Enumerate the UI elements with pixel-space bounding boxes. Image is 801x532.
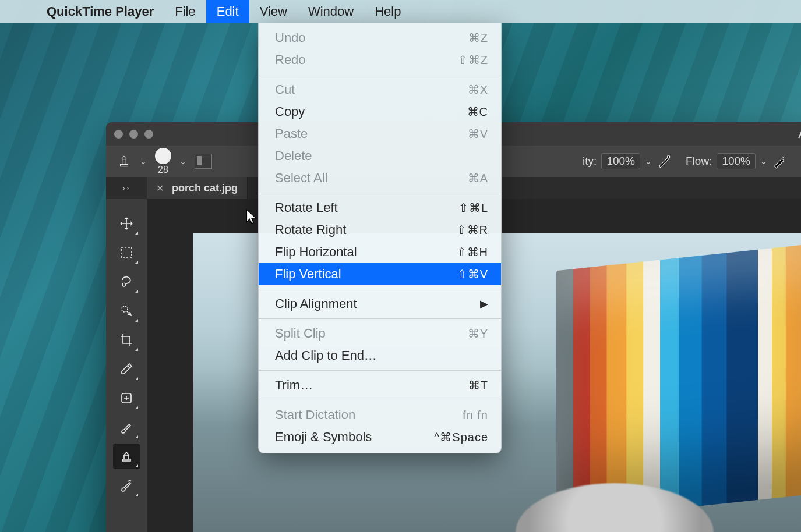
menu-item-cut: Cut⌘X bbox=[259, 79, 501, 101]
menu-item-label: Flip Horizontal bbox=[275, 244, 457, 260]
menu-item-shortcut: ⌘C bbox=[467, 105, 488, 119]
clone-stamp-tool[interactable] bbox=[113, 444, 140, 469]
menu-item-emoji-symbols[interactable]: Emoji & Symbols^⌘Space bbox=[259, 426, 501, 448]
move-tool[interactable] bbox=[113, 211, 140, 236]
menu-file[interactable]: File bbox=[164, 0, 206, 23]
svg-rect-1 bbox=[121, 247, 132, 258]
menu-item-shortcut: ⇧⌘L bbox=[458, 201, 488, 215]
window-zoom-dot[interactable] bbox=[144, 130, 153, 139]
opacity-group: ity: 100% ⌄ bbox=[583, 153, 672, 169]
clone-stamp-icon[interactable] bbox=[117, 154, 132, 169]
submenu-arrow-icon: ▶ bbox=[480, 297, 488, 310]
menu-item-rotate-right[interactable]: Rotate Right⇧⌘R bbox=[259, 219, 501, 241]
menu-item-add-clip-to-end[interactable]: Add Clip to End… bbox=[259, 345, 501, 367]
menu-item-shortcut: ⌘V bbox=[468, 127, 488, 141]
menu-item-shortcut: ⌘T bbox=[468, 378, 488, 392]
window-minimize-dot[interactable] bbox=[129, 130, 138, 139]
menu-item-shortcut: ^⌘Space bbox=[434, 430, 488, 444]
flow-group: Flow: 100% ⌄ bbox=[686, 153, 787, 169]
menu-help[interactable]: Help bbox=[364, 0, 411, 23]
menu-item-rotate-left[interactable]: Rotate Left⇧⌘L bbox=[259, 197, 501, 219]
menu-item-shortcut: ⌘X bbox=[468, 83, 488, 97]
svg-point-0 bbox=[667, 155, 669, 158]
menu-item-delete: Delete bbox=[259, 145, 501, 167]
menu-view[interactable]: View bbox=[249, 0, 298, 23]
menu-window[interactable]: Window bbox=[298, 0, 364, 23]
svg-point-2 bbox=[122, 306, 128, 312]
menu-item-label: Start Dictation bbox=[275, 407, 463, 423]
airbrush-icon[interactable] bbox=[772, 154, 787, 169]
history-brush-tool[interactable] bbox=[113, 473, 140, 498]
brush-panel-button[interactable] bbox=[195, 154, 212, 169]
menu-item-shortcut: ⌘Z bbox=[468, 31, 488, 45]
menu-item-shortcut: ⌘Y bbox=[468, 327, 488, 341]
menu-item-label: Select All bbox=[275, 171, 468, 186]
menu-bar: QuickTime Player FileEditViewWindowHelp bbox=[0, 0, 801, 23]
tool-preset-chevron-icon[interactable]: ⌄ bbox=[140, 157, 147, 166]
app-name[interactable]: QuickTime Player bbox=[36, 4, 164, 19]
menu-item-label: Undo bbox=[275, 30, 468, 45]
healing-brush-tool[interactable] bbox=[113, 385, 140, 411]
document-tab[interactable]: ✕ porch cat.jpg bbox=[147, 177, 248, 199]
flow-value[interactable]: 100% bbox=[717, 153, 756, 169]
menu-item-shortcut: ⌘A bbox=[468, 171, 488, 185]
menu-item-label: Clip Alignment bbox=[275, 296, 480, 311]
menu-item-clip-alignment[interactable]: Clip Alignment▶ bbox=[259, 293, 501, 315]
image-blanket-stripes bbox=[556, 242, 801, 521]
brush-chevron-icon[interactable]: ⌄ bbox=[179, 157, 186, 166]
menu-item-trim[interactable]: Trim…⌘T bbox=[259, 374, 501, 396]
menu-item-copy[interactable]: Copy⌘C bbox=[259, 101, 501, 123]
menu-item-flip-vertical[interactable]: Flip Vertical⇧⌘V bbox=[259, 263, 501, 285]
pressure-opacity-icon[interactable] bbox=[657, 154, 672, 169]
lasso-tool[interactable] bbox=[113, 269, 140, 295]
menu-item-redo: Redo⇧⌘Z bbox=[259, 49, 501, 71]
document-filename: porch cat.jpg bbox=[172, 182, 238, 194]
menu-item-paste: Paste⌘V bbox=[259, 123, 501, 145]
menu-item-shortcut: ⇧⌘Z bbox=[458, 53, 488, 67]
menu-edit[interactable]: Edit bbox=[206, 0, 249, 23]
menu-item-select-all: Select All⌘A bbox=[259, 167, 501, 189]
marquee-tool[interactable] bbox=[113, 240, 140, 265]
flow-label: Flow: bbox=[686, 155, 712, 168]
menu-item-label: Trim… bbox=[275, 378, 468, 393]
menu-item-shortcut: fn fn bbox=[463, 409, 488, 422]
quick-selection-tool[interactable] bbox=[113, 298, 140, 324]
brush-preview[interactable]: 28 bbox=[155, 148, 171, 175]
menu-item-label: Paste bbox=[275, 126, 468, 141]
opacity-label: ity: bbox=[583, 155, 597, 168]
menu-item-label: Copy bbox=[275, 104, 467, 119]
window-close-dot[interactable] bbox=[114, 130, 123, 139]
menu-item-label: Flip Vertical bbox=[275, 267, 457, 282]
flow-chevron-icon[interactable]: ⌄ bbox=[760, 157, 767, 166]
menu-item-start-dictation: Start Dictationfn fn bbox=[259, 404, 501, 426]
menu-item-shortcut: ⇧⌘H bbox=[457, 245, 488, 259]
menu-item-label: Add Clip to End… bbox=[275, 348, 488, 363]
menu-item-label: Cut bbox=[275, 82, 468, 97]
menu-item-label: Emoji & Symbols bbox=[275, 430, 434, 445]
tools-panel bbox=[106, 199, 147, 532]
eyedropper-tool[interactable] bbox=[113, 356, 140, 382]
title-letter: A bbox=[798, 126, 801, 141]
menu-item-undo: Undo⌘Z bbox=[259, 27, 501, 49]
menu-item-flip-horizontal[interactable]: Flip Horizontal⇧⌘H bbox=[259, 241, 501, 263]
menu-item-shortcut: ⇧⌘V bbox=[457, 267, 488, 281]
menu-item-label: Redo bbox=[275, 52, 458, 68]
menu-item-label: Rotate Right bbox=[275, 222, 457, 237]
menu-item-label: Rotate Left bbox=[275, 200, 458, 215]
brush-size: 28 bbox=[158, 165, 168, 175]
opacity-value[interactable]: 100% bbox=[601, 153, 640, 169]
menu-item-label: Delete bbox=[275, 148, 488, 164]
menu-item-split-clip: Split Clip⌘Y bbox=[259, 322, 501, 345]
menu-item-shortcut: ⇧⌘R bbox=[457, 223, 488, 237]
close-tab-icon[interactable]: ✕ bbox=[156, 183, 164, 194]
menu-item-label: Split Clip bbox=[275, 326, 468, 341]
brush-circle-icon bbox=[155, 148, 171, 164]
edit-menu-dropdown: Undo⌘ZRedo⇧⌘ZCut⌘XCopy⌘CPaste⌘VDeleteSel… bbox=[258, 23, 502, 453]
panel-expand-icon[interactable]: ›› bbox=[106, 183, 147, 193]
brush-tool[interactable] bbox=[113, 414, 140, 440]
crop-tool[interactable] bbox=[113, 327, 140, 353]
opacity-chevron-icon[interactable]: ⌄ bbox=[645, 157, 652, 166]
